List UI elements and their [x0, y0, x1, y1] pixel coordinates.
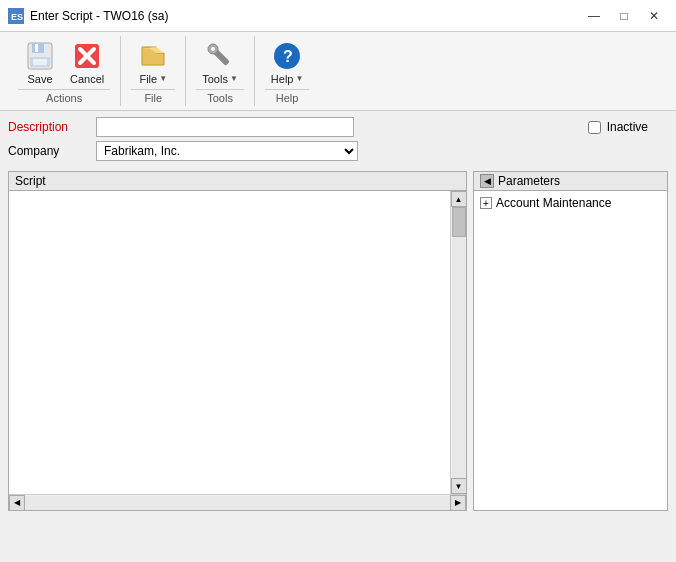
- params-header: ◀ Parameters: [474, 172, 667, 191]
- params-item-account-maintenance[interactable]: + Account Maintenance: [478, 195, 663, 211]
- svg-text:?: ?: [283, 48, 293, 65]
- description-label: Description: [8, 120, 88, 134]
- inactive-checkbox[interactable]: [588, 121, 601, 134]
- cancel-label: Cancel: [70, 73, 104, 85]
- svg-rect-6: [33, 59, 47, 65]
- description-row: Description Inactive: [8, 117, 668, 137]
- window-title: Enter Script - TWO16 (sa): [30, 9, 168, 23]
- params-content: + Account Maintenance: [474, 191, 667, 510]
- tools-icon: [204, 40, 236, 72]
- save-icon: [24, 40, 56, 72]
- hscroll-right-button[interactable]: ▶: [450, 495, 466, 511]
- svg-text:ES: ES: [11, 12, 23, 22]
- actions-section-label: Actions: [18, 89, 110, 104]
- params-item-label: Account Maintenance: [496, 196, 611, 210]
- app-icon: ES: [8, 8, 24, 24]
- close-button[interactable]: ✕: [640, 5, 668, 27]
- help-dropdown-arrow: ▼: [295, 74, 303, 83]
- file-label: File: [139, 73, 157, 85]
- save-button[interactable]: Save: [18, 38, 62, 87]
- expand-icon-account[interactable]: +: [480, 197, 492, 209]
- company-label: Company: [8, 144, 88, 158]
- vscroll-wrapper: ▲ ▼: [450, 191, 466, 494]
- tools-button[interactable]: Tools ▼: [196, 38, 244, 87]
- toolbar-file-group: File ▼ File: [121, 36, 186, 106]
- title-controls: — □ ✕: [580, 5, 668, 27]
- title-bar: ES Enter Script - TWO16 (sa) — □ ✕: [0, 0, 676, 32]
- title-bar-left: ES Enter Script - TWO16 (sa): [8, 8, 168, 24]
- form-area: Description Inactive Company Fabrikam, I…: [8, 117, 668, 161]
- inactive-label: Inactive: [607, 120, 648, 134]
- script-body: ▲ ▼: [9, 191, 466, 494]
- tools-label: Tools: [202, 73, 228, 85]
- file-button[interactable]: File ▼: [131, 38, 175, 87]
- company-row: Company Fabrikam, Inc.: [8, 141, 668, 161]
- hscroll-left-button[interactable]: ◀: [9, 495, 25, 511]
- params-collapse-button[interactable]: ◀: [480, 174, 494, 188]
- tools-section-label: Tools: [196, 89, 244, 104]
- scroll-thumb[interactable]: [452, 207, 466, 237]
- scroll-up-arrow[interactable]: ▲: [451, 191, 467, 207]
- svg-point-12: [211, 47, 215, 51]
- hscroll-bar: ◀ ▶: [9, 494, 466, 510]
- svg-rect-4: [35, 44, 38, 52]
- hscroll-track: [25, 496, 450, 510]
- minimize-button[interactable]: —: [580, 5, 608, 27]
- main-content: Description Inactive Company Fabrikam, I…: [0, 111, 676, 562]
- inactive-area: Inactive: [588, 120, 648, 134]
- help-icon: ?: [271, 40, 303, 72]
- file-icon: [137, 40, 169, 72]
- help-button[interactable]: ? Help ▼: [265, 38, 310, 87]
- panels-area: Script ▲ ▼ ◀ ▶ ◀: [8, 171, 668, 511]
- scroll-track: [452, 207, 466, 478]
- maximize-button[interactable]: □: [610, 5, 638, 27]
- params-label: Parameters: [498, 174, 560, 188]
- toolbar: Save Cancel Actions: [0, 32, 676, 111]
- file-section-label: File: [131, 89, 175, 104]
- scroll-down-arrow[interactable]: ▼: [451, 478, 467, 494]
- cancel-icon: [71, 40, 103, 72]
- description-input[interactable]: [96, 117, 354, 137]
- script-panel-header: Script: [9, 172, 466, 191]
- help-section-label: Help: [265, 89, 310, 104]
- script-textarea[interactable]: [9, 191, 450, 494]
- toolbar-help-group: ? Help ▼ Help: [255, 36, 320, 106]
- params-panel: ◀ Parameters + Account Maintenance: [473, 171, 668, 511]
- cancel-button[interactable]: Cancel: [64, 38, 110, 87]
- file-dropdown-arrow: ▼: [159, 74, 167, 83]
- company-select[interactable]: Fabrikam, Inc.: [96, 141, 358, 161]
- tools-dropdown-arrow: ▼: [230, 74, 238, 83]
- save-label: Save: [27, 73, 52, 85]
- toolbar-tools-group: Tools ▼ Tools: [186, 36, 255, 106]
- help-label: Help: [271, 73, 294, 85]
- script-panel: Script ▲ ▼ ◀ ▶: [8, 171, 467, 511]
- toolbar-actions-group: Save Cancel Actions: [8, 36, 121, 106]
